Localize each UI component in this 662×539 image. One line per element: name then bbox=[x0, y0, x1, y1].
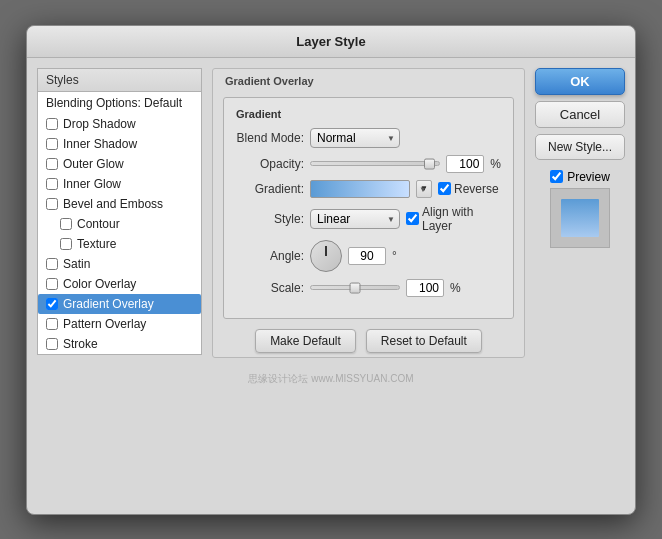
contour-checkbox[interactable] bbox=[60, 218, 72, 230]
align-layer-checkbox[interactable] bbox=[406, 212, 419, 225]
bevel-emboss-label: Bevel and Emboss bbox=[63, 197, 163, 211]
satin-checkbox[interactable] bbox=[46, 258, 58, 270]
gradient-overlay-label: Gradient Overlay bbox=[63, 297, 154, 311]
opacity-input[interactable]: 100 bbox=[446, 155, 484, 173]
scale-row: Scale: 100 % bbox=[236, 279, 501, 297]
opacity-label: Opacity: bbox=[236, 157, 304, 171]
degree-symbol: ° bbox=[392, 249, 397, 263]
cancel-button[interactable]: Cancel bbox=[535, 101, 625, 128]
drop-shadow-label: Drop Shadow bbox=[63, 117, 136, 131]
angle-label: Angle: bbox=[236, 249, 304, 263]
pattern-overlay-checkbox[interactable] bbox=[46, 318, 58, 330]
make-default-button[interactable]: Make Default bbox=[255, 329, 356, 353]
scale-slider-track[interactable] bbox=[310, 285, 400, 290]
color-overlay-checkbox[interactable] bbox=[46, 278, 58, 290]
opacity-slider-thumb[interactable] bbox=[424, 158, 435, 169]
opacity-slider-track[interactable] bbox=[310, 161, 440, 166]
preview-area: Preview bbox=[535, 170, 625, 248]
outer-glow-label: Outer Glow bbox=[63, 157, 124, 171]
dialog-title: Layer Style bbox=[27, 26, 635, 58]
blending-options-item[interactable]: Blending Options: Default bbox=[38, 92, 201, 114]
main-panel: Gradient Overlay Gradient Blend Mode: No… bbox=[212, 68, 525, 358]
inner-glow-checkbox[interactable] bbox=[46, 178, 58, 190]
angle-dial[interactable] bbox=[310, 240, 342, 272]
reverse-text: Reverse bbox=[454, 182, 499, 196]
inner-shadow-checkbox[interactable] bbox=[46, 138, 58, 150]
color-overlay-item[interactable]: Color Overlay bbox=[38, 274, 201, 294]
inner-glow-label: Inner Glow bbox=[63, 177, 121, 191]
opacity-unit: % bbox=[490, 157, 501, 171]
drop-shadow-item[interactable]: Drop Shadow bbox=[38, 114, 201, 134]
angle-input[interactable]: 90 bbox=[348, 247, 386, 265]
stroke-checkbox[interactable] bbox=[46, 338, 58, 350]
reverse-checkbox[interactable] bbox=[438, 182, 451, 195]
style-label: Style: bbox=[236, 212, 304, 226]
blend-mode-select[interactable]: Normal Multiply Screen bbox=[310, 128, 400, 148]
preview-inner bbox=[561, 199, 599, 237]
bevel-emboss-item[interactable]: Bevel and Emboss bbox=[38, 194, 201, 214]
gradient-dropdown-wrapper[interactable]: ▼ bbox=[416, 180, 432, 198]
gradient-preview[interactable] bbox=[310, 180, 410, 198]
gradient-overlay-checkbox[interactable] bbox=[46, 298, 58, 310]
blend-mode-select-wrapper[interactable]: Normal Multiply Screen bbox=[310, 128, 400, 148]
ok-button[interactable]: OK bbox=[535, 68, 625, 95]
gradient-overlay-group-label: Gradient Overlay bbox=[213, 75, 524, 91]
scale-slider-thumb[interactable] bbox=[350, 282, 361, 293]
inner-shadow-item[interactable]: Inner Shadow bbox=[38, 134, 201, 154]
drop-shadow-checkbox[interactable] bbox=[46, 118, 58, 130]
stroke-item[interactable]: Stroke bbox=[38, 334, 201, 354]
contour-item[interactable]: Contour bbox=[38, 214, 201, 234]
scale-input[interactable]: 100 bbox=[406, 279, 444, 297]
reset-default-button[interactable]: Reset to Default bbox=[366, 329, 482, 353]
angle-row: Angle: 90 ° bbox=[236, 240, 501, 272]
style-select-wrapper[interactable]: Linear Radial Angle Reflected Diamond bbox=[310, 209, 400, 229]
action-buttons-row: Make Default Reset to Default bbox=[213, 329, 524, 353]
pattern-overlay-label: Pattern Overlay bbox=[63, 317, 146, 331]
gradient-group-label: Gradient bbox=[236, 108, 501, 120]
blend-mode-label: Blend Mode: bbox=[236, 131, 304, 145]
stroke-label: Stroke bbox=[63, 337, 98, 351]
satin-item[interactable]: Satin bbox=[38, 254, 201, 274]
pattern-overlay-item[interactable]: Pattern Overlay bbox=[38, 314, 201, 334]
reverse-label[interactable]: Reverse bbox=[438, 182, 499, 196]
inner-glow-item[interactable]: Inner Glow bbox=[38, 174, 201, 194]
scale-label: Scale: bbox=[236, 281, 304, 295]
color-overlay-label: Color Overlay bbox=[63, 277, 136, 291]
watermark: 思缘设计论坛 www.MISSYUAN.COM bbox=[27, 368, 635, 392]
texture-checkbox[interactable] bbox=[60, 238, 72, 250]
preview-label-row: Preview bbox=[550, 170, 610, 184]
left-panel: Styles Blending Options: Default Drop Sh… bbox=[37, 68, 202, 358]
new-style-button[interactable]: New Style... bbox=[535, 134, 625, 160]
gradient-row: Gradient: ▼ Reverse bbox=[236, 180, 501, 198]
gradient-label: Gradient: bbox=[236, 182, 304, 196]
texture-label: Texture bbox=[77, 237, 116, 251]
style-row: Style: Linear Radial Angle Reflected Dia… bbox=[236, 205, 501, 233]
right-panel: OK Cancel New Style... Preview bbox=[535, 68, 625, 358]
inner-shadow-label: Inner Shadow bbox=[63, 137, 137, 151]
align-layer-text: Align with Layer bbox=[422, 205, 501, 233]
gradient-overlay-item[interactable]: Gradient Overlay bbox=[38, 294, 201, 314]
outer-glow-item[interactable]: Outer Glow bbox=[38, 154, 201, 174]
blend-mode-row: Blend Mode: Normal Multiply Screen bbox=[236, 128, 501, 148]
style-select[interactable]: Linear Radial Angle Reflected Diamond bbox=[310, 209, 400, 229]
texture-item[interactable]: Texture bbox=[38, 234, 201, 254]
align-layer-label[interactable]: Align with Layer bbox=[406, 205, 501, 233]
styles-header: Styles bbox=[37, 68, 202, 91]
gradient-dropdown-btn[interactable]: ▼ bbox=[416, 180, 432, 198]
opacity-row: Opacity: 100 % bbox=[236, 155, 501, 173]
preview-label: Preview bbox=[567, 170, 610, 184]
satin-label: Satin bbox=[63, 257, 90, 271]
outer-glow-checkbox[interactable] bbox=[46, 158, 58, 170]
scale-unit: % bbox=[450, 281, 461, 295]
preview-checkbox[interactable] bbox=[550, 170, 563, 183]
preview-box bbox=[550, 188, 610, 248]
bevel-emboss-checkbox[interactable] bbox=[46, 198, 58, 210]
contour-label: Contour bbox=[77, 217, 120, 231]
